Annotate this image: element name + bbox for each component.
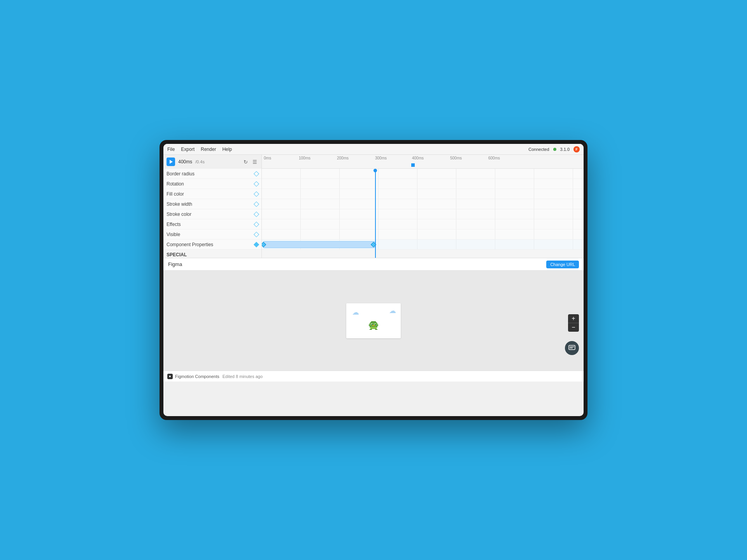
track-stroke-width [262, 199, 584, 209]
status-bar: ■ Figmotion Components Edited 8 minutes … [163, 371, 584, 382]
svg-rect-17 [570, 346, 574, 347]
playhead-line [375, 169, 376, 258]
svg-rect-5 [377, 324, 378, 326]
menu-items: File Export Render Help [167, 147, 232, 152]
version-label: 3.1.0 [560, 147, 570, 152]
component-track-bar[interactable] [263, 241, 375, 248]
timeline-section: 400ms /0.4s ↻ ☰ 0ms 100ms 200ms 300ms 40… [163, 155, 584, 258]
laptop-frame: File Export Render Help Connected 3.1.0 … [160, 140, 587, 420]
prop-rotation-label: Rotation [167, 181, 258, 187]
project-name: Figmotion Components [175, 374, 219, 379]
current-time: 400ms [178, 159, 192, 164]
prop-border-radius: Border radius [163, 169, 261, 179]
track-rotation [262, 179, 584, 189]
ruler-400ms: 400ms [412, 156, 424, 160]
prop-stroke-width: Stroke width [163, 199, 261, 209]
ruler-600ms: 600ms [488, 156, 500, 160]
figma-logo-icon: F [573, 146, 580, 152]
status-icon: ■ [167, 374, 173, 379]
cloud-left-icon: ☁ [352, 308, 359, 317]
prop-fill-color-label: Fill color [167, 191, 258, 197]
svg-rect-0 [371, 321, 376, 322]
prop-stroke-color: Stroke color [163, 209, 261, 219]
svg-rect-2 [370, 323, 377, 324]
total-time: /0.4s [195, 159, 205, 164]
prop-component-props: Component Properties [163, 240, 261, 250]
prop-special-header: SPECIAL [163, 250, 261, 258]
ruler-200ms: 200ms [337, 156, 349, 160]
track-special-header [262, 250, 584, 258]
zoom-in-button[interactable]: + [568, 314, 579, 323]
prop-visible: Visible [163, 229, 261, 240]
prop-visible-label: Visible [167, 232, 258, 237]
track-background [262, 169, 584, 258]
prop-border-radius-label: Border radius [167, 171, 258, 177]
track-fill-color [262, 189, 584, 199]
track-border-radius [262, 169, 584, 179]
track-component-props [262, 240, 584, 250]
connected-label: Connected [528, 147, 549, 152]
prop-special-label: SPECIAL [167, 252, 258, 257]
figma-toolbar: Figma Change URL [163, 258, 584, 271]
menu-export[interactable]: Export [181, 147, 195, 152]
ruler-500ms: 500ms [450, 156, 462, 160]
track-stroke-color [262, 209, 584, 219]
ruler-area: 0ms 100ms 200ms 300ms 400ms 500ms 600ms [262, 155, 584, 169]
prop-stroke-width-label: Stroke width [167, 201, 258, 207]
screen: File Export Render Help Connected 3.1.0 … [163, 144, 584, 416]
canvas-area: ☁ ☁ [163, 271, 584, 371]
ruler-100ms: 100ms [299, 156, 310, 160]
svg-rect-15 [375, 329, 377, 330]
zoom-controls: + − [568, 314, 579, 332]
cloud-right-icon: ☁ [389, 306, 396, 315]
svg-rect-11 [375, 324, 376, 325]
play-button[interactable] [167, 158, 175, 166]
prop-fill-color: Fill color [163, 189, 261, 199]
svg-rect-18 [570, 348, 573, 348]
svg-rect-13 [370, 327, 377, 329]
prop-component-props-label: Component Properties [167, 242, 258, 247]
prop-rotation: Rotation [163, 179, 261, 189]
track-area [262, 169, 584, 258]
timeline-body: Border radius Rotation Fill color Stroke… [163, 169, 584, 258]
svg-rect-16 [569, 345, 575, 350]
track-effects [262, 219, 584, 229]
svg-rect-4 [369, 324, 370, 326]
connected-dot [553, 148, 556, 151]
menu-icon[interactable]: ☰ [251, 158, 258, 165]
reset-icon[interactable]: ↻ [242, 158, 249, 165]
svg-rect-1 [370, 322, 377, 323]
ruler-0ms: 0ms [264, 156, 271, 160]
prop-stroke-color-label: Stroke color [167, 212, 258, 217]
svg-rect-12 [372, 325, 375, 326]
change-url-button[interactable]: Change URL [546, 261, 579, 268]
pixel-character [368, 321, 379, 335]
properties-panel: Border radius Rotation Fill color Stroke… [163, 169, 262, 258]
prop-effects-label: Effects [167, 222, 258, 227]
play-icon [170, 160, 173, 164]
track-visible [262, 229, 584, 240]
menu-bar: File Export Render Help Connected 3.1.0 … [163, 144, 584, 155]
timeline-icons: ↻ ☰ [242, 158, 258, 165]
edited-time: Edited 8 minutes ago [223, 374, 263, 379]
prop-effects: Effects [163, 219, 261, 229]
playhead-dot [374, 169, 377, 172]
menu-render[interactable]: Render [201, 147, 216, 152]
menu-right: Connected 3.1.0 F [528, 146, 580, 152]
zoom-out-button[interactable]: − [568, 323, 579, 332]
playhead-top-dot [411, 163, 415, 167]
bottom-section: Figma Change URL ☁ ☁ [163, 258, 584, 371]
svg-rect-10 [372, 324, 372, 325]
ruler-300ms: 300ms [375, 156, 387, 160]
figma-canvas-preview: ☁ ☁ [346, 303, 401, 338]
menu-help[interactable]: Help [222, 147, 232, 152]
svg-rect-14 [370, 329, 372, 330]
menu-file[interactable]: File [167, 147, 175, 152]
chat-fab-button[interactable] [565, 341, 579, 355]
figma-label: Figma [168, 261, 182, 267]
timeline-header-row: 400ms /0.4s ↻ ☰ 0ms 100ms 200ms 300ms 40… [163, 155, 584, 169]
timeline-controls: 400ms /0.4s ↻ ☰ [163, 155, 262, 169]
